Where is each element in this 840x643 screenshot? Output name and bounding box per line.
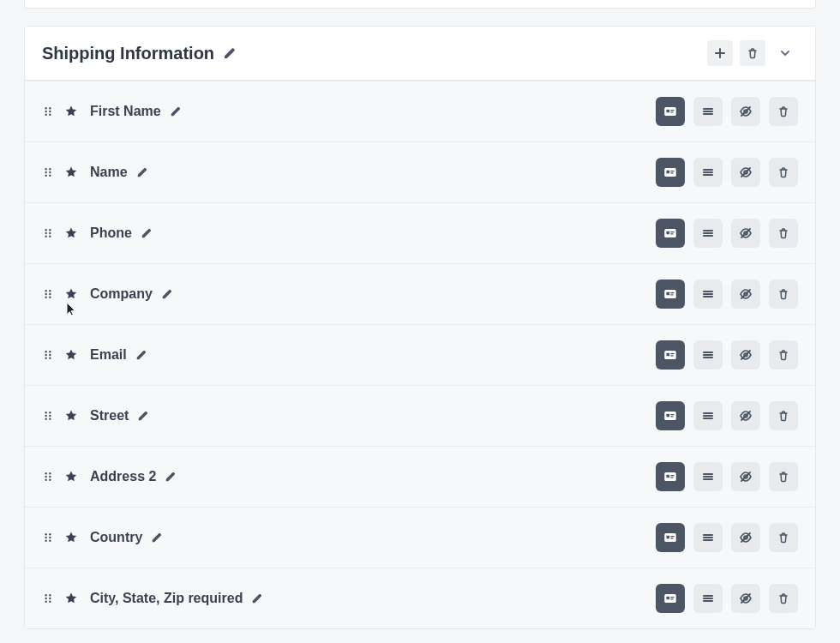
field-delete-button[interactable] — [769, 97, 798, 126]
field-visibility-button[interactable] — [731, 158, 760, 187]
star-icon[interactable] — [64, 470, 78, 484]
drag-handle-icon[interactable] — [42, 470, 54, 484]
star-icon[interactable] — [64, 165, 78, 179]
field-list: First Name Name — [25, 81, 815, 628]
field-label: City, State, Zip required — [90, 591, 243, 606]
field-delete-button[interactable] — [769, 584, 798, 613]
field-visibility-button[interactable] — [731, 97, 760, 126]
field-visibility-button[interactable] — [731, 523, 760, 552]
pencil-icon[interactable] — [136, 166, 148, 178]
field-card-view-button[interactable] — [656, 340, 685, 370]
field-row: Street — [25, 385, 815, 446]
field-card-view-button[interactable] — [656, 462, 685, 491]
section-header: Shipping Information — [25, 27, 815, 81]
field-row: Company — [25, 263, 815, 324]
field-label: Email — [90, 347, 127, 363]
section-shipping-information: Shipping Information First Name — [24, 26, 816, 629]
field-row: Phone — [25, 202, 815, 263]
pencil-icon[interactable] — [170, 105, 182, 117]
field-list-view-button[interactable] — [693, 279, 723, 309]
field-row: Country — [25, 507, 815, 568]
field-label: Street — [90, 408, 129, 424]
pencil-icon[interactable] — [161, 288, 173, 300]
star-icon[interactable] — [64, 348, 78, 362]
field-label: First Name — [90, 104, 161, 119]
field-delete-button[interactable] — [769, 279, 798, 309]
field-list-view-button[interactable] — [693, 584, 723, 613]
pencil-icon[interactable] — [141, 227, 153, 239]
delete-section-button[interactable] — [740, 40, 765, 66]
field-label: Name — [90, 165, 128, 180]
field-row: City, State, Zip required — [25, 568, 815, 628]
star-icon[interactable] — [64, 226, 78, 240]
field-visibility-button[interactable] — [731, 462, 760, 491]
drag-handle-icon[interactable] — [42, 287, 54, 301]
star-icon[interactable] — [64, 105, 78, 118]
drag-handle-icon[interactable] — [42, 226, 54, 240]
field-delete-button[interactable] — [769, 462, 798, 491]
previous-panel-tail — [24, 0, 816, 9]
field-card-view-button[interactable] — [656, 401, 685, 430]
drag-handle-icon[interactable] — [42, 105, 54, 118]
star-icon[interactable] — [64, 531, 78, 544]
field-row: First Name — [25, 81, 815, 141]
field-delete-button[interactable] — [769, 219, 798, 248]
field-card-view-button[interactable] — [656, 279, 685, 309]
field-card-view-button[interactable] — [656, 219, 685, 248]
field-visibility-button[interactable] — [731, 401, 760, 430]
star-icon[interactable] — [64, 287, 78, 301]
add-field-button[interactable] — [707, 40, 733, 66]
collapse-section-button[interactable] — [772, 40, 798, 66]
field-label: Company — [90, 286, 153, 302]
field-list-view-button[interactable] — [693, 401, 723, 430]
field-delete-button[interactable] — [769, 158, 798, 187]
field-list-view-button[interactable] — [693, 97, 723, 126]
pencil-icon[interactable] — [137, 410, 149, 422]
field-row: Name — [25, 141, 815, 202]
section-title: Shipping Information — [42, 44, 214, 63]
field-label: Country — [90, 530, 142, 545]
field-card-view-button[interactable] — [656, 97, 685, 126]
pencil-icon[interactable] — [135, 349, 147, 361]
drag-handle-icon[interactable] — [42, 409, 54, 423]
pencil-icon[interactable] — [251, 592, 263, 604]
field-delete-button[interactable] — [769, 401, 798, 430]
field-card-view-button[interactable] — [656, 158, 685, 187]
field-visibility-button[interactable] — [731, 340, 760, 370]
field-delete-button[interactable] — [769, 340, 798, 370]
drag-handle-icon[interactable] — [42, 531, 54, 544]
mouse-cursor-icon — [66, 302, 76, 316]
star-icon[interactable] — [64, 409, 78, 423]
drag-handle-icon[interactable] — [42, 165, 54, 179]
field-list-view-button[interactable] — [693, 462, 723, 491]
field-row: Email — [25, 324, 815, 385]
field-visibility-button[interactable] — [731, 279, 760, 309]
drag-handle-icon[interactable] — [42, 348, 54, 362]
field-visibility-button[interactable] — [731, 219, 760, 248]
pencil-icon[interactable] — [151, 532, 163, 544]
field-list-view-button[interactable] — [693, 158, 723, 187]
field-card-view-button[interactable] — [656, 523, 685, 552]
field-card-view-button[interactable] — [656, 584, 685, 613]
field-list-view-button[interactable] — [693, 340, 723, 370]
field-list-view-button[interactable] — [693, 219, 723, 248]
field-label: Phone — [90, 225, 132, 241]
pencil-icon[interactable] — [223, 46, 237, 60]
star-icon[interactable] — [64, 592, 78, 605]
drag-handle-icon[interactable] — [42, 592, 54, 605]
field-delete-button[interactable] — [769, 523, 798, 552]
pencil-icon[interactable] — [165, 471, 177, 483]
field-label: Address 2 — [90, 469, 156, 484]
field-visibility-button[interactable] — [731, 584, 760, 613]
field-row: Address 2 — [25, 446, 815, 507]
field-list-view-button[interactable] — [693, 523, 723, 552]
